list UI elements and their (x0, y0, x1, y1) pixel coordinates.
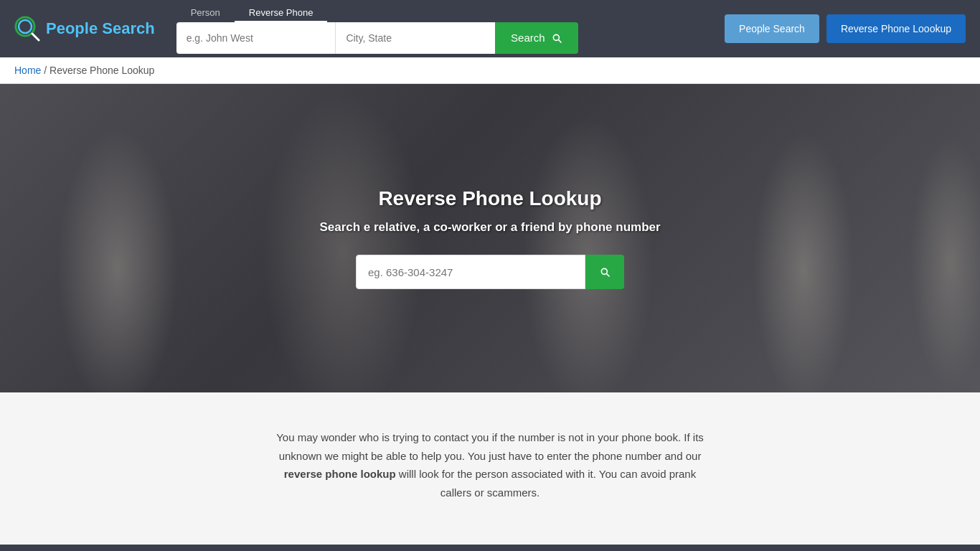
info-bold-text: reverse phone lookup (284, 468, 396, 480)
info-text-part2: willl look for the person associated wit… (396, 468, 697, 499)
info-section: You may wonder who is trying to contact … (0, 392, 980, 545)
nav-buttons: People Search Reverse Phone Loookup (725, 14, 966, 43)
reverse-phone-nav-button[interactable]: Reverse Phone Loookup (826, 14, 966, 43)
name-search-input[interactable] (176, 22, 336, 54)
person-search-form: Person Reverse Phone Search (176, 4, 578, 54)
hero-subtitle: Search e relative, a co-worker or a frie… (319, 220, 660, 235)
city-search-input[interactable] (335, 22, 495, 54)
hero-search-form (319, 255, 660, 289)
tab-reverse-phone[interactable]: Reverse Phone (235, 4, 328, 22)
hero-section: Reverse Phone Lookup Search e relative, … (0, 84, 980, 392)
header-search-icon (551, 32, 562, 44)
breadcrumb-home-link[interactable]: Home (14, 65, 41, 76)
hero-content: Reverse Phone Lookup Search e relative, … (319, 187, 660, 289)
breadcrumb-current: Reverse Phone Lookup (50, 65, 154, 76)
phone-search-icon (599, 266, 611, 278)
svg-line-2 (32, 34, 39, 40)
breadcrumb-separator: / (44, 65, 47, 76)
logo-text: People Search (46, 19, 155, 38)
search-form: Search (176, 22, 578, 54)
people-search-nav-button[interactable]: People Search (725, 14, 819, 43)
header-search-button[interactable]: Search (495, 22, 578, 54)
site-header: People Search Person Reverse Phone Searc… (0, 0, 980, 57)
breadcrumb: Home / Reverse Phone Lookup (0, 57, 980, 84)
site-logo[interactable]: People Search (14, 16, 155, 42)
phone-search-button[interactable] (585, 255, 624, 289)
search-tabs: Person Reverse Phone (176, 4, 578, 22)
info-text: You may wonder who is trying to contact … (268, 428, 712, 501)
phone-search-input[interactable] (356, 255, 585, 289)
tab-person[interactable]: Person (176, 4, 235, 22)
svg-point-1 (19, 20, 32, 33)
info-text-part1: You may wonder who is trying to contact … (276, 431, 704, 462)
hero-title: Reverse Phone Lookup (319, 187, 660, 210)
logo-icon (14, 16, 40, 42)
site-footer (0, 545, 980, 551)
header-search-label: Search (511, 32, 545, 44)
